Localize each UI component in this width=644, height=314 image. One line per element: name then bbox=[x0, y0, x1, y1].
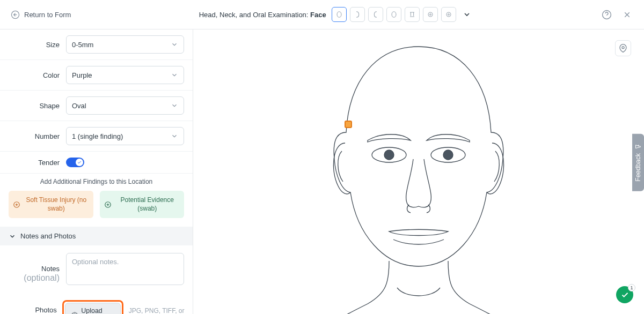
label-notes: Notes bbox=[41, 265, 60, 273]
select-number[interactable]: 1 (single finding) bbox=[66, 127, 184, 145]
select-number-value: 1 (single finding) bbox=[72, 132, 123, 140]
svg-point-2 bbox=[337, 12, 341, 18]
additional-findings-row: Soft Tissue Injury (no swab) Potential E… bbox=[0, 191, 193, 227]
locate-pin-button[interactable] bbox=[615, 40, 631, 56]
chevron-down-icon bbox=[171, 132, 178, 140]
upload-photos-button[interactable]: Upload Photos bbox=[65, 303, 121, 314]
thumb-face-right[interactable] bbox=[368, 7, 383, 22]
row-shape: Shape Oval bbox=[0, 91, 193, 121]
help-button[interactable] bbox=[600, 8, 613, 21]
view-more-button[interactable] bbox=[462, 9, 472, 20]
svg-point-4 bbox=[428, 12, 433, 17]
header-actions bbox=[600, 8, 633, 21]
upload-label: Upload Photos bbox=[81, 307, 114, 314]
fab-badge: 1 bbox=[628, 284, 635, 291]
select-size[interactable]: 0-5mm bbox=[66, 35, 184, 54]
row-color: Color Purple bbox=[0, 60, 193, 91]
label-notes-optional: (optional) bbox=[24, 273, 60, 282]
chip-evidence[interactable]: Potential Evidence (swab) bbox=[100, 191, 185, 218]
svg-point-23 bbox=[443, 150, 453, 160]
select-shape[interactable]: Oval bbox=[66, 96, 184, 115]
chevron-down-icon bbox=[171, 71, 178, 79]
camera-icon bbox=[72, 311, 77, 314]
exam-current: Face bbox=[310, 11, 326, 19]
row-size: Size 0-5mm bbox=[0, 29, 193, 60]
check-icon bbox=[621, 291, 629, 299]
map-pin-icon bbox=[619, 44, 627, 53]
check-icon bbox=[77, 160, 82, 165]
return-label: Return to Form bbox=[24, 11, 71, 19]
svg-point-5 bbox=[429, 14, 431, 16]
select-color[interactable]: Purple bbox=[66, 66, 184, 84]
label-shape: Shape bbox=[9, 102, 60, 110]
chevron-down-icon bbox=[171, 102, 178, 109]
chip-soft-tissue[interactable]: Soft Tissue Injury (no swab) bbox=[9, 191, 93, 218]
notes-photos-header[interactable]: Notes and Photos bbox=[0, 227, 193, 245]
additional-findings-heading: Add Additional Findings to this Location bbox=[0, 174, 193, 191]
notes-input[interactable] bbox=[66, 253, 184, 285]
toggle-knob bbox=[76, 159, 83, 166]
return-to-form-button[interactable]: Return to Form bbox=[11, 10, 71, 19]
select-shape-value: Oval bbox=[72, 102, 86, 110]
exam-title: Head, Neck, and Oral Examination: Face bbox=[199, 11, 326, 19]
diagram-canvas[interactable] bbox=[193, 29, 644, 314]
app-header: Return to Form Head, Neck, and Oral Exam… bbox=[0, 0, 644, 29]
notes-photos-label: Notes and Photos bbox=[20, 232, 76, 240]
chevron-down-icon bbox=[171, 41, 178, 48]
row-tender: Tender bbox=[0, 152, 193, 174]
file-hint: JPG, PNG, TIFF, or HIEC bbox=[129, 307, 187, 314]
help-circle-icon bbox=[602, 10, 612, 20]
view-thumbnails bbox=[332, 7, 456, 22]
main-area: Size 0-5mm Color Purple Shape Oval Numbe… bbox=[0, 29, 644, 314]
thumb-oral-2[interactable] bbox=[441, 7, 456, 22]
svg-point-6 bbox=[447, 12, 451, 17]
thumb-oral-1[interactable] bbox=[423, 7, 438, 22]
title-area: Head, Neck, and Oral Examination: Face bbox=[71, 7, 600, 22]
plus-circle-icon bbox=[104, 201, 112, 208]
plus-circle-icon bbox=[13, 201, 20, 208]
face-diagram bbox=[303, 36, 534, 314]
feedback-label: Feedback bbox=[634, 153, 642, 182]
label-size: Size bbox=[9, 41, 60, 49]
svg-point-3 bbox=[392, 12, 396, 18]
toggle-tender[interactable] bbox=[66, 158, 84, 167]
upload-highlight: Upload Photos bbox=[62, 300, 123, 314]
properties-panel[interactable]: Size 0-5mm Color Purple Shape Oval Numbe… bbox=[0, 29, 193, 314]
label-photos: Photos bbox=[35, 306, 56, 314]
label-number: Number bbox=[9, 132, 60, 140]
feedback-tab[interactable]: Feedback bbox=[632, 134, 644, 191]
thumb-face-front[interactable] bbox=[332, 7, 347, 22]
close-button[interactable] bbox=[620, 8, 633, 21]
arrow-left-circle-icon bbox=[11, 10, 20, 19]
select-size-value: 0-5mm bbox=[72, 41, 93, 49]
label-tender: Tender bbox=[9, 159, 60, 167]
thumb-head-back[interactable] bbox=[386, 7, 401, 22]
chip-soft-tissue-label: Soft Tissue Injury (no swab) bbox=[24, 196, 89, 213]
row-number: Number 1 (single finding) bbox=[0, 121, 193, 152]
chevron-down-icon bbox=[463, 10, 471, 19]
chevron-down-icon bbox=[9, 233, 16, 240]
confirm-fab[interactable]: 1 bbox=[616, 286, 633, 303]
svg-point-21 bbox=[384, 150, 394, 160]
svg-point-7 bbox=[448, 14, 449, 16]
row-photos: Photos (optional) Upload Photos JPG, PNG… bbox=[0, 290, 193, 314]
thumb-neck[interactable] bbox=[405, 7, 420, 22]
thumb-face-left[interactable] bbox=[350, 7, 365, 22]
finding-marker[interactable] bbox=[345, 121, 352, 128]
close-icon bbox=[623, 10, 632, 19]
exam-prefix: Head, Neck, and Oral Examination: bbox=[199, 11, 310, 19]
svg-point-19 bbox=[622, 47, 624, 49]
label-color: Color bbox=[9, 71, 60, 79]
megaphone-icon bbox=[635, 144, 641, 150]
select-color-value: Purple bbox=[72, 71, 92, 79]
chip-evidence-label: Potential Evidence (swab) bbox=[115, 196, 180, 213]
row-notes: Notes (optional) bbox=[0, 245, 193, 290]
